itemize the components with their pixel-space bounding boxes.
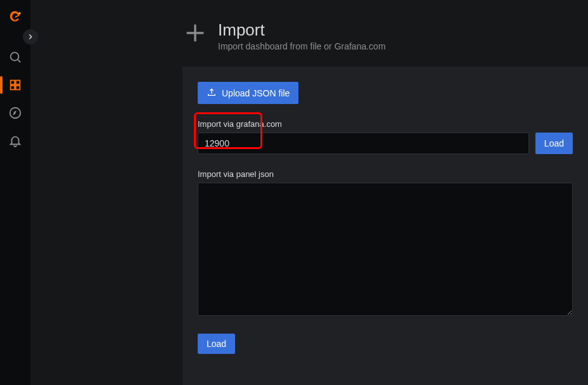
- svg-rect-3: [11, 81, 15, 84]
- svg-rect-6: [16, 86, 20, 89]
- upload-icon: [207, 87, 217, 99]
- expand-sidebar-button[interactable]: [23, 29, 38, 44]
- upload-json-button[interactable]: Upload JSON file: [198, 82, 298, 104]
- page-header: Import Import dashboard from file or Gra…: [157, 0, 588, 67]
- sidebar: [0, 0, 30, 385]
- load-json-button[interactable]: Load: [198, 334, 235, 354]
- sidebar-explore[interactable]: [3, 100, 28, 126]
- svg-point-1: [11, 53, 19, 61]
- sidebar-alerting[interactable]: [3, 128, 28, 153]
- svg-marker-8: [13, 110, 16, 115]
- import-form-panel: Upload JSON file Import via grafana.com …: [182, 67, 588, 385]
- svg-rect-5: [11, 86, 15, 89]
- main-content: Import Import dashboard from file or Gra…: [30, 0, 588, 385]
- import-via-panel-json-label: Import via panel json: [198, 169, 573, 179]
- page-subtitle: Import dashboard from file or Grafana.co…: [218, 41, 386, 51]
- grafana-logo[interactable]: [3, 5, 28, 30]
- import-via-panel-json-group: Import via panel json: [198, 169, 573, 318]
- plus-icon: [182, 20, 208, 48]
- upload-json-label: Upload JSON file: [222, 88, 290, 98]
- sidebar-dashboards[interactable]: [3, 72, 28, 98]
- load-grafana-button[interactable]: Load: [535, 133, 573, 154]
- page-title: Import: [218, 20, 386, 40]
- import-via-grafana-label: Import via grafana.com: [198, 119, 573, 129]
- svg-line-2: [18, 60, 20, 62]
- panel-json-textarea[interactable]: [198, 183, 573, 316]
- sidebar-search[interactable]: [3, 44, 28, 70]
- svg-rect-4: [16, 81, 20, 84]
- import-via-grafana-group: Import via grafana.com Load: [198, 119, 573, 154]
- grafana-id-input[interactable]: [198, 133, 529, 154]
- svg-point-0: [18, 12, 21, 15]
